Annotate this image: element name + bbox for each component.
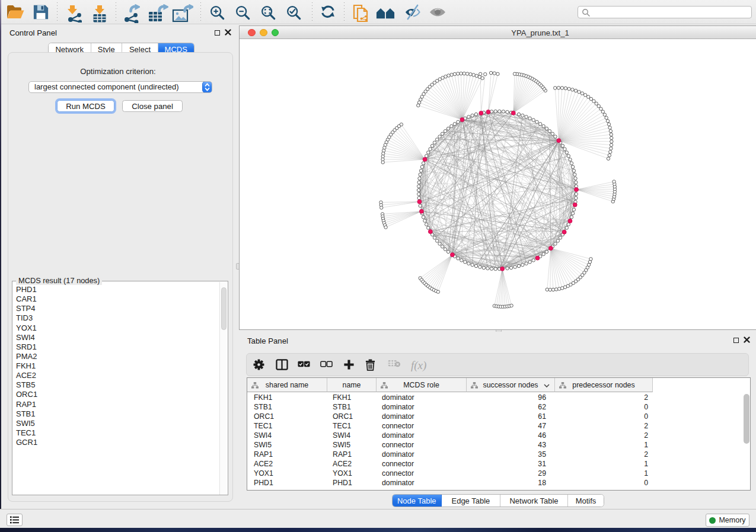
graph-node[interactable] xyxy=(554,288,557,291)
graph-hub-node[interactable] xyxy=(575,188,579,192)
graph-node[interactable] xyxy=(610,147,613,150)
graph-node[interactable] xyxy=(564,86,567,89)
graph-hub-node[interactable] xyxy=(486,110,490,114)
graph-node[interactable] xyxy=(460,72,462,75)
refresh-icon[interactable] xyxy=(321,4,335,22)
table-row[interactable]: STB1STB1dominator620 xyxy=(247,402,750,412)
graph-node[interactable] xyxy=(509,266,512,269)
graph-hub-node[interactable] xyxy=(450,253,454,257)
zoom-out-icon[interactable] xyxy=(235,4,250,23)
table-row[interactable]: FKH1FKH1dominator962 xyxy=(247,393,750,402)
graph-node[interactable] xyxy=(592,100,595,102)
graph-node[interactable] xyxy=(471,114,474,117)
graph-node[interactable] xyxy=(433,141,436,144)
mcds-result-node[interactable]: SWI4 xyxy=(16,333,227,342)
graph-node[interactable] xyxy=(506,110,509,113)
graph-node[interactable] xyxy=(517,264,520,267)
zoom-selected-icon[interactable] xyxy=(286,4,301,23)
graph-node[interactable] xyxy=(494,110,497,113)
tab-network-table[interactable]: Network Table xyxy=(500,495,568,507)
open-session-icon[interactable] xyxy=(7,4,24,23)
graph-node[interactable] xyxy=(574,89,577,92)
maximize-traffic-light[interactable] xyxy=(272,29,279,37)
graph-hub-node[interactable] xyxy=(562,230,566,234)
graph-node[interactable] xyxy=(438,135,441,138)
graph-node[interactable] xyxy=(607,157,610,160)
graph-node[interactable] xyxy=(589,97,592,100)
graph-node[interactable] xyxy=(609,150,612,153)
graph-node[interactable] xyxy=(565,151,568,154)
graph-node[interactable] xyxy=(474,113,477,116)
mcds-result-node[interactable]: SRD1 xyxy=(16,342,227,352)
graph-node[interactable] xyxy=(569,158,572,161)
graph-node[interactable] xyxy=(601,110,604,113)
graph-node[interactable] xyxy=(417,185,420,188)
control-panel-float-button[interactable] xyxy=(215,30,220,36)
table-panel-close-button[interactable] xyxy=(744,336,750,343)
graph-node[interactable] xyxy=(605,116,608,119)
table-row[interactable]: PHD1PHD1dominator180 xyxy=(247,478,750,488)
mcds-result-node[interactable]: TEC1 xyxy=(16,428,227,438)
graph-node[interactable] xyxy=(609,130,612,133)
graph-node[interactable] xyxy=(419,204,422,207)
column-header-predecessor-nodes[interactable]: predecessor nodes xyxy=(555,378,653,392)
tab-edge-table[interactable]: Edge Table xyxy=(442,495,501,507)
graph-node[interactable] xyxy=(436,290,439,293)
graph-node[interactable] xyxy=(417,193,420,196)
graph-node[interactable] xyxy=(545,127,548,130)
graph-node[interactable] xyxy=(606,120,609,123)
mcds-result-node[interactable]: ORC1 xyxy=(16,390,227,399)
graph-node[interactable] xyxy=(427,151,430,154)
graph-node[interactable] xyxy=(578,90,580,93)
mcds-result-node[interactable]: PMA2 xyxy=(16,352,227,361)
graph-node[interactable] xyxy=(474,264,477,267)
minimize-traffic-light[interactable] xyxy=(260,29,267,37)
graph-node[interactable] xyxy=(429,148,432,150)
close-panel-button[interactable]: Close panel xyxy=(122,100,183,112)
graph-node[interactable] xyxy=(571,212,574,215)
graph-node[interactable] xyxy=(573,173,576,176)
table-scrollbar[interactable] xyxy=(742,378,750,490)
table-row[interactable]: YOX1YOX1connector291 xyxy=(247,469,750,478)
graph-node[interactable] xyxy=(447,74,450,77)
graph-node[interactable] xyxy=(453,72,456,75)
graph-node[interactable] xyxy=(546,288,548,291)
control-panel-close-button[interactable] xyxy=(225,29,231,36)
graph-node[interactable] xyxy=(425,223,428,226)
panel-menu-button[interactable] xyxy=(7,514,23,526)
deselect-all-icon[interactable] xyxy=(320,359,333,370)
table-scrollbar-thumb[interactable] xyxy=(744,394,749,444)
mcds-result-node[interactable]: GCR1 xyxy=(16,438,227,447)
graph-node[interactable] xyxy=(450,73,453,76)
graph-node[interactable] xyxy=(572,169,575,172)
graph-node[interactable] xyxy=(610,136,613,139)
graph-node[interactable] xyxy=(608,153,611,156)
graph-node[interactable] xyxy=(528,117,531,120)
graph-node[interactable] xyxy=(608,126,611,129)
graph-node[interactable] xyxy=(553,86,556,89)
graph-node[interactable] xyxy=(464,261,467,264)
graph-node[interactable] xyxy=(435,138,438,141)
graph-node[interactable] xyxy=(467,262,470,265)
graph-node[interactable] xyxy=(433,236,436,239)
graph-node[interactable] xyxy=(556,239,559,242)
graph-node[interactable] xyxy=(554,242,557,245)
graph-node[interactable] xyxy=(565,226,568,229)
graph-node[interactable] xyxy=(548,288,551,291)
graph-node[interactable] xyxy=(554,135,557,138)
graph-node[interactable] xyxy=(384,226,387,229)
graph-node[interactable] xyxy=(486,267,489,270)
graph-node[interactable] xyxy=(479,72,482,75)
search-input[interactable] xyxy=(578,6,752,18)
table-row[interactable]: SWI5SWI5connector431 xyxy=(247,440,750,450)
graph-node[interactable] xyxy=(465,72,468,75)
graph-node[interactable] xyxy=(513,265,516,268)
column-header-successor-nodes[interactable]: successor nodes xyxy=(467,378,555,392)
memory-button[interactable]: Memory xyxy=(706,514,749,527)
graph-node[interactable] xyxy=(586,95,589,98)
graph-node[interactable] xyxy=(381,161,384,164)
graph-node[interactable] xyxy=(435,239,438,242)
mcds-result-node[interactable]: CAR1 xyxy=(16,294,227,304)
graph-node[interactable] xyxy=(551,288,554,291)
graph-node[interactable] xyxy=(570,162,573,165)
